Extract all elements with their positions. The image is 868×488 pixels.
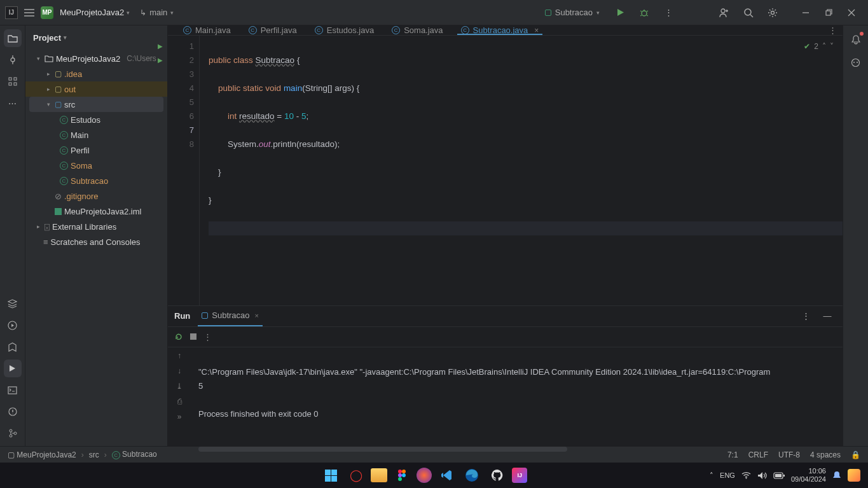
editor-indicators[interactable]: ✔ 2 ˄ ˅	[804, 39, 834, 53]
tabs-more-icon[interactable]: ⋮	[822, 25, 843, 35]
tree-item-class[interactable]: C Estudos	[25, 112, 167, 127]
wifi-icon[interactable]	[741, 471, 751, 479]
services-tool-icon[interactable]	[4, 295, 22, 312]
editor-tab-main[interactable]: CMain.java	[174, 25, 240, 35]
taskbar-app-figma[interactable]	[391, 464, 413, 486]
start-button[interactable]	[320, 464, 341, 486]
ai-assistant-icon[interactable]	[847, 53, 865, 71]
git-branch[interactable]: ↳ main ▾	[140, 8, 174, 17]
rerun-button[interactable]	[174, 332, 183, 341]
taskbar-app-explorer[interactable]	[371, 468, 387, 482]
settings-icon[interactable]	[764, 4, 782, 22]
stop-button[interactable]	[189, 333, 197, 340]
run-title: Run	[174, 311, 190, 321]
tray-chevron-icon[interactable]: ˄	[710, 471, 713, 480]
svg-point-24	[398, 477, 402, 481]
nav-down-icon[interactable]: ˅	[830, 39, 834, 53]
code-editor[interactable]: ▶1 ▶2 3 4 5 6 7 8 public class Subtracao…	[168, 36, 843, 305]
tree-item-class[interactable]: C Soma	[25, 158, 167, 173]
bookmark-tool-icon[interactable]	[4, 338, 22, 356]
taskbar-app[interactable]	[417, 468, 432, 483]
close-tab-icon[interactable]: ×	[534, 26, 539, 35]
line-number: 5	[189, 97, 194, 107]
more-actions-icon[interactable]: ⋮	[659, 4, 677, 22]
run-gutter-icon[interactable]: ▶	[158, 39, 163, 53]
commit-tool-icon[interactable]	[4, 51, 22, 69]
close-button[interactable]	[840, 4, 863, 22]
line-number: 1	[189, 41, 194, 51]
expand-icon[interactable]: ▾	[45, 101, 52, 108]
tree-item-idea[interactable]: ▸ ▢ .idea	[25, 66, 167, 81]
file-icon: ⊘	[55, 192, 62, 201]
expand-icon[interactable]: ▸	[34, 223, 42, 230]
editor-tab-soma[interactable]: CSoma.java	[383, 25, 451, 35]
breadcrumb-item[interactable]: src	[89, 450, 99, 459]
problems-tool-icon[interactable]	[4, 403, 22, 421]
run-tab-label: Subtracao	[212, 310, 249, 320]
soft-wrap-icon[interactable]: ⤓	[176, 382, 183, 391]
taskbar-app-vscode[interactable]	[436, 464, 457, 486]
scrollbar[interactable]	[198, 447, 567, 452]
run-more-icon[interactable]: ⋮	[203, 332, 212, 342]
tray-clock[interactable]: 10:06 09/04/2024	[791, 467, 826, 484]
close-icon[interactable]: ×	[255, 312, 259, 319]
maximize-button[interactable]	[817, 4, 840, 22]
terminal-tool-icon[interactable]	[4, 381, 22, 399]
tree-item-class[interactable]: C Main	[25, 127, 167, 143]
tray-language[interactable]: ENG	[720, 471, 735, 479]
expand-icon[interactable]: ▸	[45, 71, 52, 77]
tree-item-iml[interactable]: MeuProjetoJava2.iml	[25, 204, 167, 219]
editor-tab-perfil[interactable]: CPerfil.java	[240, 25, 306, 35]
tree-item-class[interactable]: C Perfil	[25, 143, 167, 158]
down-stack-icon[interactable]: ↓	[177, 366, 181, 375]
expand-icon[interactable]: ▸	[45, 86, 52, 92]
notifications-icon[interactable]	[847, 31, 865, 48]
git-tool-icon[interactable]	[4, 424, 22, 442]
battery-icon[interactable]	[773, 472, 785, 479]
tree-item-class[interactable]: C Subtracao	[25, 173, 167, 188]
expand-icon[interactable]: ▾	[34, 55, 42, 62]
run-active-tool-icon[interactable]	[4, 359, 22, 377]
tree-item-src[interactable]: ▾ ▢ src	[29, 97, 163, 112]
more-tools-icon[interactable]: ⋯	[4, 94, 22, 112]
run-gutter-icon[interactable]: ▶	[158, 53, 163, 67]
notification-center-icon[interactable]	[832, 471, 841, 480]
project-selector[interactable]: MeuProjetoJava2 ▾	[60, 8, 130, 17]
print-icon[interactable]: ⎙	[177, 397, 182, 406]
nav-up-icon[interactable]: ˄	[822, 39, 826, 53]
run-config-selector[interactable]: Subtracao ▾	[540, 6, 605, 19]
volume-icon[interactable]	[757, 471, 767, 480]
expand-icon[interactable]: »	[177, 412, 182, 421]
code-with-me-icon[interactable]	[715, 4, 733, 22]
editor-tab-subtracao[interactable]: CSubtracao.java×	[452, 25, 548, 35]
main-menu-icon[interactable]	[24, 4, 34, 22]
hide-run-icon[interactable]: —	[818, 307, 836, 325]
project-tool-icon[interactable]	[4, 29, 22, 47]
taskbar-app-intellij[interactable]: IJ	[512, 468, 527, 483]
taskbar-app-opera[interactable]: ◯	[345, 464, 367, 486]
tree-root[interactable]: ▾ MeuProjetoJava2 C:\Users	[25, 51, 167, 66]
tree-item-scratches[interactable]: ≡ Scratches and Consoles	[25, 234, 167, 249]
up-stack-icon[interactable]: ↑	[177, 351, 181, 360]
tree-item-out[interactable]: ▸ ▢ out	[25, 81, 167, 97]
taskbar-app-github[interactable]	[486, 464, 508, 486]
readonly-lock-icon[interactable]: 🔒	[851, 450, 860, 459]
breadcrumb-item[interactable]: ▢ MeuProjetoJava2	[8, 450, 76, 459]
project-panel-header[interactable]: Project ▾	[25, 25, 167, 50]
editor-tab-estudos[interactable]: CEstudos.java	[306, 25, 383, 35]
run-button[interactable]	[611, 4, 629, 22]
run-tab[interactable]: Subtracao ×	[198, 306, 263, 326]
run-output[interactable]: "C:\Program Files\Java\jdk-17\bin\java.e…	[191, 347, 843, 453]
debug-button[interactable]	[635, 4, 653, 22]
code-content[interactable]: public class Subtracao { public static v…	[200, 36, 843, 305]
taskbar-app-edge[interactable]	[461, 464, 483, 486]
run-more-icon[interactable]: ⋮	[797, 307, 815, 325]
tray-app-icon[interactable]	[848, 469, 860, 482]
structure-tool-icon[interactable]	[4, 73, 22, 90]
tree-item-ext-libs[interactable]: ▸ ⌺ External Libraries	[25, 219, 167, 234]
tree-item-gitignore[interactable]: ⊘ .gitignore	[25, 188, 167, 204]
search-icon[interactable]	[740, 4, 757, 22]
minimize-button[interactable]	[794, 4, 817, 22]
run-tool-icon[interactable]	[4, 316, 22, 334]
breadcrumb-item[interactable]: C Subtracao	[112, 450, 157, 459]
